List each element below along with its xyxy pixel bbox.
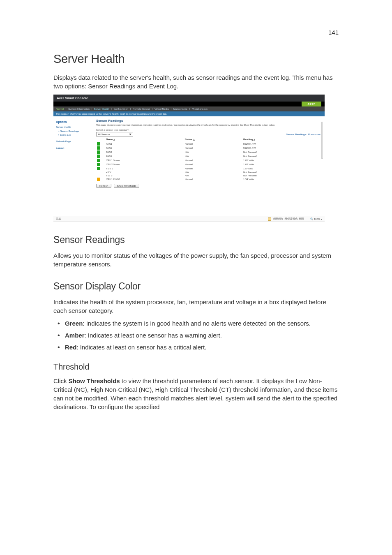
tab-maintenance[interactable]: Maintenance xyxy=(173,108,187,110)
tab-virtual-media[interactable]: Virtual Media xyxy=(154,108,169,110)
page-number: 141 xyxy=(53,29,339,36)
sidebar-item-sensor-readings[interactable]: > Sensor Readings xyxy=(58,130,93,132)
acer-logo: acer xyxy=(302,102,321,106)
show-thresholds-button[interactable]: Show Thresholds xyxy=(114,184,139,188)
intro-paragraph: Displays data related to the server's he… xyxy=(53,73,339,90)
col-status[interactable]: Status △ xyxy=(184,137,242,142)
status-swatch xyxy=(97,142,100,146)
status-swatch xyxy=(97,155,100,158)
status-swatch xyxy=(97,178,100,181)
sidebar: Options Server Health > Sensor Readings … xyxy=(56,118,93,188)
zoom-level[interactable]: 🔍 100% ▾ xyxy=(310,217,322,220)
internet-zone-icon xyxy=(268,217,271,221)
screenshot-acer-smart-console: Acer Smart Console acer Normal | System … xyxy=(53,95,325,222)
status-text-left: 完成 xyxy=(56,217,61,221)
paragraph-sensor-display-color: Indicates the health of the system proce… xyxy=(53,298,339,315)
sidebar-item-server-health[interactable]: Server Health xyxy=(56,126,93,128)
main-panel: Sensor Readings This page displays syste… xyxy=(96,118,322,188)
heading-sensor-readings: Sensor Readings xyxy=(53,234,339,245)
paragraph-sensor-readings: Allows you to monitor status of the volt… xyxy=(53,251,339,268)
status-swatch xyxy=(97,167,100,170)
browser-status-bar: 完成 網際網路 | 受保護模式: 關閉 🔍 100% ▾ xyxy=(53,216,325,222)
table-row: +1.5 VNormal1.5 Volts xyxy=(96,166,321,171)
heading-threshold: Threshold xyxy=(53,362,339,372)
tab-configuration[interactable]: Configuration xyxy=(113,108,128,110)
status-swatch xyxy=(97,163,100,166)
tab-system-information[interactable]: System Information xyxy=(68,108,90,110)
chevron-down-icon xyxy=(129,134,131,135)
main-title-sensor-readings: Sensor Readings xyxy=(96,118,321,124)
paragraph-threshold: Click Show Thresholds to view the thresh… xyxy=(53,377,339,411)
col-name[interactable]: Name △ xyxy=(105,137,184,142)
sidebar-refresh-page[interactable]: Refresh Page xyxy=(56,140,93,143)
sidebar-item-event-log[interactable]: > Event Log xyxy=(58,134,93,136)
heading-sensor-display-color: Sensor Display Color xyxy=(53,281,339,292)
sidebar-logout[interactable]: Logout xyxy=(56,147,93,149)
sensor-readings-table: Name △ Status △ Reading △ FAN1Normal5929… xyxy=(96,137,321,181)
col-reading[interactable]: Reading △ xyxy=(242,137,321,142)
bullet-red: Red: Indicates at least on sensor has a … xyxy=(65,343,339,352)
table-row: FAN3N/ANot Present! xyxy=(96,150,321,154)
scrollbar[interactable] xyxy=(321,122,323,159)
select-label: Select a sensor type category: xyxy=(96,129,321,131)
tab-bar: Normal | System Information | Server Hea… xyxy=(53,106,325,111)
refresh-button[interactable]: Refresh xyxy=(96,184,111,188)
status-normal: Normal xyxy=(56,108,64,110)
table-row: FAN2Normal5929 R.P.M xyxy=(96,146,321,150)
bullet-green: Green: Indicates the system is in good h… xyxy=(65,319,339,328)
table-row: FAN4N/ANot Present! xyxy=(96,154,321,158)
bullet-amber: Amber: Indicates at least one sensor has… xyxy=(65,331,339,340)
sidebar-heading-options: Options xyxy=(56,120,93,123)
table-row: CPU2 VcoreNormal1.02 Volts xyxy=(96,162,321,166)
status-swatch xyxy=(97,159,100,162)
table-row: CPU1 DIMMNormal1.54 Volts xyxy=(96,177,321,181)
main-description: This page displays system sensor informa… xyxy=(96,124,321,126)
tab-remote-control[interactable]: Remote Control xyxy=(133,108,150,110)
table-row: FAN1Normal5929 R.P.M xyxy=(96,142,321,146)
status-zone-text: 網際網路 | 受保護模式: 關閉 xyxy=(273,217,304,221)
window-title-bar: Acer Smart Console xyxy=(53,95,325,102)
tab-server-health[interactable]: Server Health xyxy=(94,108,109,110)
status-swatch xyxy=(97,146,100,150)
table-row: CPU1 VcoreNormal1.01 Volts xyxy=(96,158,321,162)
table-row: +12 VN/ANot Present! xyxy=(96,174,321,177)
tab-miscellaneous[interactable]: Miscellaneous xyxy=(192,108,208,110)
blue-info-strip: This section shows you data related to t… xyxy=(53,111,325,116)
heading-server-health: Server Health xyxy=(53,52,339,66)
color-bullets-list: Green: Indicates the system is in good h… xyxy=(53,319,339,352)
table-row: +5 VN/ANot Present! xyxy=(96,171,321,174)
status-swatch xyxy=(97,150,100,154)
